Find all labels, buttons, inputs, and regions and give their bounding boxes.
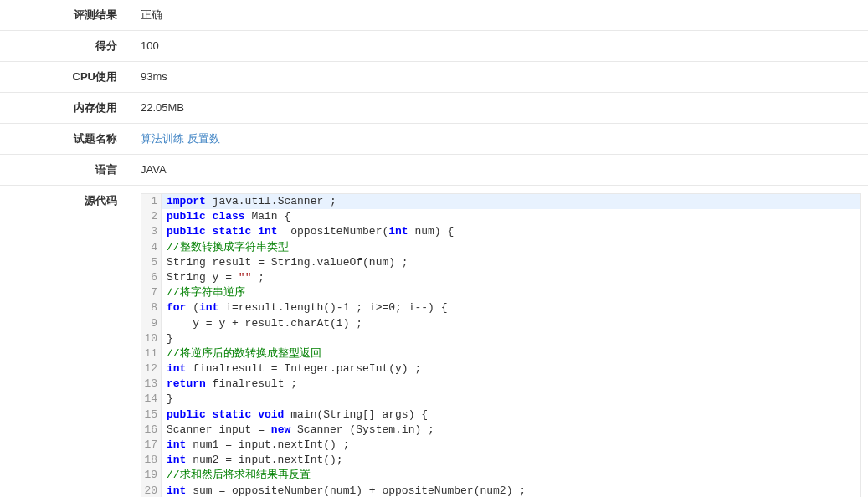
- code-line: 14}: [141, 392, 860, 407]
- line-content: public static int oppositeNumber(int num…: [162, 224, 860, 239]
- code-line: 9 y = y + result.charAt(i) ;: [141, 316, 860, 331]
- cpu-label: CPU使用: [0, 69, 134, 85]
- line-content: public static void main(String[] args) {: [162, 407, 860, 423]
- code-line: 17int num1 = input.nextInt() ;: [141, 438, 860, 453]
- line-number: 18: [141, 453, 162, 468]
- line-number: 19: [141, 468, 162, 483]
- code-line: 12int finalresult = Integer.parseInt(y) …: [141, 361, 860, 377]
- line-content: String y = "" ;: [162, 270, 860, 285]
- language-label: 语言: [0, 162, 134, 177]
- cpu-value: 93ms: [134, 70, 868, 83]
- line-number: 6: [141, 270, 162, 285]
- language-value: JAVA: [134, 163, 868, 176]
- line-content: int sum = oppositeNumber(num1) + opposit…: [162, 484, 860, 497]
- line-content: int num2 = input.nextInt();: [162, 453, 860, 468]
- line-number: 12: [141, 361, 162, 377]
- memory-label: 内存使用: [0, 100, 134, 115]
- line-number: 5: [141, 255, 162, 270]
- line-content: import java.util.Scanner ;: [162, 194, 860, 209]
- line-number: 1: [141, 194, 162, 209]
- line-number: 11: [141, 346, 162, 361]
- memory-row: 内存使用 22.05MB: [0, 93, 868, 124]
- line-number: 4: [141, 240, 162, 255]
- code-line: 6String y = "" ;: [141, 270, 860, 285]
- code-line: 7//将字符串逆序: [141, 285, 860, 300]
- line-number: 20: [141, 484, 162, 497]
- code-line: 8for (int i=result.length()-1 ; i>=0; i-…: [141, 300, 860, 315]
- score-value: 100: [134, 39, 868, 52]
- result-value: 正确: [134, 8, 868, 23]
- problem-row: 试题名称 算法训练 反置数: [0, 124, 868, 155]
- line-content: String result = String.valueOf(num) ;: [162, 255, 860, 270]
- line-content: Scanner input = new Scanner (System.in) …: [162, 423, 860, 438]
- source-label: 源代码: [0, 193, 134, 208]
- code-line: 10}: [141, 331, 860, 346]
- line-number: 3: [141, 224, 162, 239]
- line-content: }: [162, 392, 860, 407]
- line-number: 2: [141, 209, 162, 224]
- line-number: 16: [141, 423, 162, 438]
- problem-label: 试题名称: [0, 131, 134, 146]
- score-label: 得分: [0, 38, 134, 54]
- line-content: //将逆序后的数转换成整型返回: [162, 346, 860, 361]
- code-line: 11//将逆序后的数转换成整型返回: [141, 346, 860, 361]
- line-content: y = y + result.charAt(i) ;: [162, 316, 860, 331]
- line-number: 14: [141, 392, 162, 407]
- line-content: //求和然后将求和结果再反置: [162, 468, 860, 483]
- code-line: 13return finalresult ;: [141, 377, 860, 392]
- problem-link[interactable]: 算法训练 反置数: [134, 131, 868, 146]
- line-content: int finalresult = Integer.parseInt(y) ;: [162, 361, 860, 377]
- line-number: 15: [141, 407, 162, 423]
- memory-value: 22.05MB: [134, 101, 868, 114]
- line-content: //将字符串逆序: [162, 285, 860, 300]
- code-line: 20int sum = oppositeNumber(num1) + oppos…: [141, 484, 860, 497]
- line-number: 13: [141, 377, 162, 392]
- line-number: 10: [141, 331, 162, 346]
- language-row: 语言 JAVA: [0, 155, 868, 186]
- line-content: public class Main {: [162, 209, 860, 224]
- code-line: 18int num2 = input.nextInt();: [141, 453, 860, 468]
- code-line: 15public static void main(String[] args)…: [141, 407, 860, 423]
- source-row: 源代码 1import java.util.Scanner ;2public c…: [0, 186, 868, 497]
- code-block[interactable]: 1import java.util.Scanner ;2public class…: [141, 193, 861, 497]
- line-number: 9: [141, 316, 162, 331]
- code-line: 3public static int oppositeNumber(int nu…: [141, 224, 860, 239]
- code-line: 4//整数转换成字符串类型: [141, 240, 860, 255]
- code-line: 2public class Main {: [141, 209, 860, 224]
- result-row: 评测结果 正确: [0, 0, 868, 31]
- result-label: 评测结果: [0, 8, 134, 23]
- cpu-row: CPU使用 93ms: [0, 62, 868, 93]
- code-line: 19//求和然后将求和结果再反置: [141, 468, 860, 483]
- line-content: return finalresult ;: [162, 377, 860, 392]
- line-content: int num1 = input.nextInt() ;: [162, 438, 860, 453]
- line-number: 17: [141, 438, 162, 453]
- line-number: 8: [141, 300, 162, 315]
- code-line: 16Scanner input = new Scanner (System.in…: [141, 423, 860, 438]
- score-row: 得分 100: [0, 31, 868, 62]
- line-content: //整数转换成字符串类型: [162, 240, 860, 255]
- code-line: 5String result = String.valueOf(num) ;: [141, 255, 860, 270]
- line-content: }: [162, 331, 860, 346]
- code-line: 1import java.util.Scanner ;: [141, 194, 860, 209]
- line-content: for (int i=result.length()-1 ; i>=0; i--…: [162, 300, 860, 315]
- line-number: 7: [141, 285, 162, 300]
